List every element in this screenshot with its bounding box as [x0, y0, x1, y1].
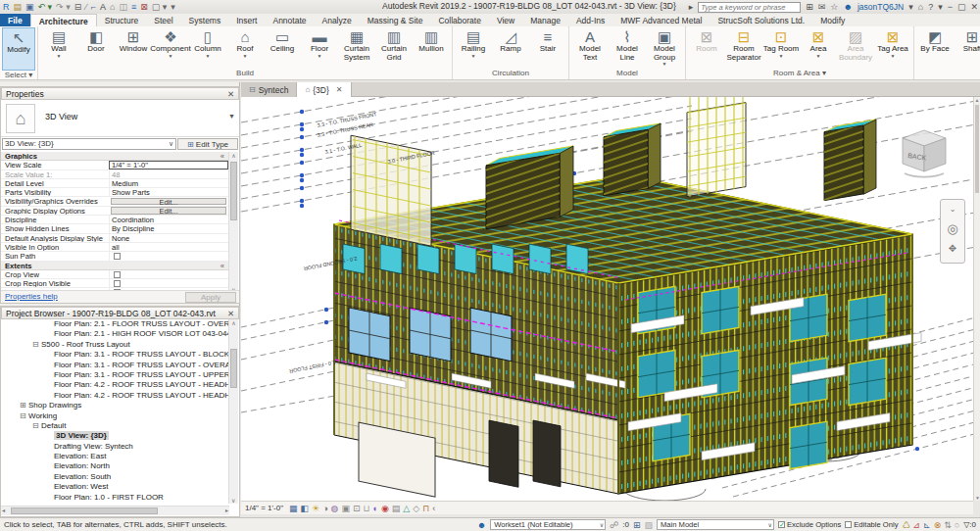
dropdown-arrow-icon[interactable]: ▼	[471, 54, 476, 59]
visual-style-icon[interactable]: ◧	[301, 503, 310, 514]
ceiling-button[interactable]: ▭Ceiling	[264, 27, 301, 54]
crop-view-icon[interactable]: ▣	[341, 503, 350, 514]
property-value[interactable]: all	[109, 243, 228, 251]
analytical-model-icon[interactable]: △	[403, 503, 410, 514]
default-3d-view-icon[interactable]: ⌂	[110, 2, 115, 12]
measure-icon[interactable]: ∕	[85, 2, 87, 12]
ribbon-tab-architecture[interactable]: Architecture	[30, 14, 97, 26]
exclude-options-checkbox[interactable]: ✓ Exclude Options	[778, 520, 841, 529]
browser-tree-item[interactable]: Elevation: West	[1, 482, 229, 492]
apply-button[interactable]: Apply	[185, 292, 236, 303]
navigation-bar[interactable]: ⌄ ◎ ✥	[940, 199, 965, 264]
show-rendering-icon[interactable]: ◍	[331, 503, 339, 514]
favorites-icon[interactable]: ☆	[830, 2, 838, 12]
property-value[interactable]: None	[109, 234, 228, 242]
select-links-icon[interactable]: ⊾	[923, 520, 931, 530]
tag-area-button[interactable]: ⊠Tag Area▼	[874, 27, 911, 59]
edit-button[interactable]: Edit...	[111, 207, 226, 214]
browser-tree-item[interactable]: Floor Plan: 3.1 - ROOF TRUSS LAYOUT - OV…	[1, 361, 229, 370]
design-options-icon[interactable]: ▨	[644, 520, 653, 530]
shadows-icon[interactable]: ◑	[322, 503, 327, 514]
ribbon-tab-file[interactable]: File	[0, 14, 30, 26]
signed-in-user[interactable]: jasonTQ6JN	[858, 2, 904, 12]
ramp-button[interactable]: ◿Ramp	[492, 27, 529, 54]
temporary-hide-isolate-icon[interactable]: ◐	[373, 503, 378, 514]
reveal-hidden-elements-icon[interactable]: ◉	[381, 503, 389, 514]
worksharing-display-icon[interactable]: ⊞	[633, 520, 641, 530]
ribbon-tab-collaborate[interactable]: Collaborate	[430, 14, 488, 26]
property-checkbox[interactable]	[114, 280, 121, 287]
reveal-constraints-icon[interactable]: ⊓	[422, 503, 429, 514]
modify-button[interactable]: ↖Modify	[2, 27, 35, 71]
area-button[interactable]: ⊠Area▼	[800, 27, 837, 59]
pan-icon[interactable]: ✥	[941, 239, 964, 259]
editing-requests-icon[interactable]: ☍	[610, 520, 618, 530]
browser-tree-item[interactable]: ⊟Working	[1, 411, 229, 421]
wall-button[interactable]: ▤Wall▼	[40, 27, 77, 59]
minimize-icon[interactable]: −	[948, 2, 953, 12]
view-tab-close-icon[interactable]: ✕	[336, 85, 343, 94]
redo-icon[interactable]: ↷ ▾	[56, 2, 71, 12]
highlight-displacement-icon[interactable]: ◇	[413, 503, 419, 514]
temporary-view-properties-icon[interactable]: ▤	[392, 503, 401, 514]
browser-tree-item[interactable]: Floor Plan: 3.1 - ROOF TRUSS LAYOUT - BL…	[1, 350, 229, 360]
select-underlay-icon[interactable]: ⇅	[944, 520, 952, 530]
tag-room-button[interactable]: ⊡Tag Room▼	[762, 27, 800, 59]
undo-icon[interactable]: ↶ ▾	[38, 2, 53, 12]
switch-windows-icon[interactable]: ▢ ▾	[152, 2, 168, 12]
model-view-3d[interactable]: 3.3 - T.O. TRUSS FRONT 3.3 - T.O. TRUSS …	[241, 97, 973, 501]
properties-close-icon[interactable]: ✕	[227, 89, 234, 99]
editable-elements-icon[interactable]: ⊿	[913, 520, 921, 530]
type-selector-dropdown-icon[interactable]: ▼	[228, 113, 235, 120]
expand-view-bar-icon[interactable]: ‹	[432, 503, 435, 514]
property-value[interactable]: Medium	[109, 179, 228, 187]
collapse-icon[interactable]: ⊟	[20, 411, 28, 421]
aligned-dimension-icon[interactable]: ⌐	[91, 2, 96, 12]
dropdown-arrow-icon[interactable]: ▼	[662, 62, 667, 67]
view-tab-syntech[interactable]: ⊟Syntech	[241, 82, 297, 97]
property-checkbox[interactable]	[114, 253, 121, 260]
detail-level-icon[interactable]: ▦	[289, 503, 298, 514]
door-button[interactable]: ◧Door	[77, 27, 115, 54]
browser-tree-item[interactable]: Elevation: East	[1, 452, 229, 461]
view-tab-3d[interactable]: ⌂{3D}✕	[297, 82, 351, 97]
ribbon-tab-massing-site[interactable]: Massing & Site	[360, 14, 431, 26]
show-crop-region-icon[interactable]: ⊡	[353, 503, 361, 514]
ribbon-tab-strucsoft-solutions-ltd-[interactable]: StrucSoft Solutions Ltd.	[710, 14, 812, 26]
property-value[interactable]: Coordination	[109, 216, 228, 223]
curtain-system-button[interactable]: ▦Curtain System	[338, 27, 375, 62]
stair-button[interactable]: ≡Stair	[529, 27, 566, 54]
browser-tree-item[interactable]: Floor Plan: 3.1 - ROOF TRUSS LAYOUT - UP…	[1, 370, 229, 380]
browser-tree-item[interactable]: ⊞Shop Drawings	[1, 401, 229, 410]
search-prev-icon[interactable]: ▸	[689, 2, 694, 12]
sun-path-icon[interactable]: ☀	[312, 503, 319, 514]
exchange-apps-icon[interactable]: ⊞	[806, 2, 813, 12]
thin-lines-icon[interactable]: ≡	[131, 2, 136, 12]
browser-tree-item[interactable]: 3D View: {3D}	[1, 431, 229, 441]
dropdown-arrow-icon[interactable]: ▼	[891, 54, 896, 59]
expand-icon[interactable]: ⊞	[20, 401, 28, 410]
properties-panel-header[interactable]: Properties ✕	[1, 87, 239, 100]
window-button[interactable]: ⊞Window	[115, 27, 152, 54]
revit-logo[interactable]: R	[3, 2, 10, 12]
browser-tree-item[interactable]: ⊟S500 - Roof Truss Layout	[1, 340, 229, 350]
section-collapse-icon[interactable]: «	[220, 262, 228, 269]
property-value[interactable]: 48	[109, 170, 228, 178]
ribbon-tab-structure[interactable]: Structure	[97, 14, 147, 26]
restore-icon[interactable]: ▢	[957, 2, 966, 12]
browser-tree-item[interactable]: Floor Plan: 1.0 - FIRST FLOOR	[1, 493, 229, 503]
release-worksets-icon[interactable]: ♺	[902, 520, 909, 530]
browser-tree-item[interactable]: Elevation: South	[1, 472, 229, 482]
properties-scrollbar[interactable]: ∧∨	[228, 152, 238, 293]
properties-help-link[interactable]: Properties help	[5, 292, 58, 301]
component-button[interactable]: ❖Component▼	[152, 27, 189, 59]
design-option-combo[interactable]: Main Model	[657, 519, 774, 530]
search-input[interactable]	[698, 2, 801, 13]
browser-tree-item[interactable]: Floor Plan: 4.2 - ROOF TRUSS LAYOUT - HE…	[1, 391, 229, 401]
drag-on-selection-icon[interactable]: ○	[955, 520, 959, 530]
project-browser-close-icon[interactable]: ✕	[227, 309, 234, 318]
selection-filter-count[interactable]: ▽:0	[963, 520, 976, 529]
editable-only-checkbox[interactable]: Editable Only	[845, 520, 898, 529]
view-scale-control[interactable]: 1/4" = 1'-0"	[245, 504, 283, 512]
canvas-vscrollbar[interactable]: ▲▼	[973, 97, 980, 501]
